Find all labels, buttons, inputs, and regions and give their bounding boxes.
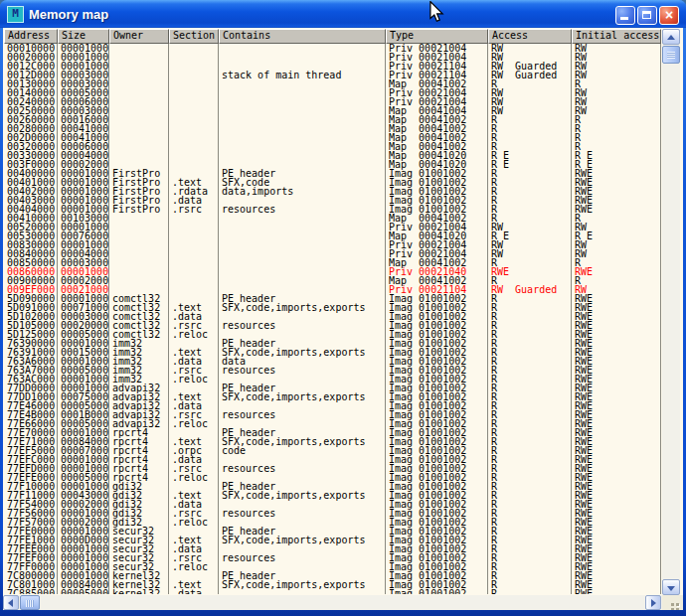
cell-section — [169, 88, 219, 97]
arrow-up-icon — [667, 35, 675, 40]
cell-section — [169, 231, 219, 240]
vertical-scroll-thumb[interactable] — [662, 46, 680, 64]
cell-contains: stack of main thread — [219, 71, 386, 79]
cell-section — [169, 62, 219, 71]
cell-section — [169, 214, 219, 223]
cell-owner — [109, 97, 169, 106]
cell-access: R — [488, 455, 572, 464]
cell-access: R — [488, 437, 572, 446]
cell-contains — [219, 223, 386, 231]
column-header-type[interactable]: Type — [386, 29, 488, 44]
horizontal-scroll-thumb[interactable] — [20, 595, 40, 610]
cell-section: .data — [169, 589, 219, 594]
cell-access: R — [488, 571, 572, 580]
cell-access: R — [488, 124, 572, 133]
cell-section — [169, 44, 219, 53]
cell-access: R — [488, 303, 572, 312]
scroll-right-button[interactable] — [645, 595, 661, 610]
cell-owner — [109, 71, 169, 79]
cell-owner — [109, 258, 169, 267]
cell-access: R — [488, 428, 572, 437]
scroll-up-button[interactable] — [662, 29, 680, 45]
maximize-button[interactable] — [637, 6, 657, 25]
column-header-initial_access[interactable]: Initial access — [572, 29, 661, 44]
cell-contains: resources — [219, 553, 386, 562]
cell-initial_access: R — [572, 124, 661, 133]
column-header-owner[interactable]: Owner — [109, 29, 169, 44]
cell-owner — [109, 267, 169, 276]
cell-access: R — [488, 446, 572, 455]
cell-owner: FirstPro — [109, 205, 169, 214]
cell-owner — [109, 124, 169, 133]
cell-contains — [219, 240, 386, 249]
cell-access: R — [488, 375, 572, 384]
cell-contains — [219, 142, 386, 151]
cell-contains — [219, 106, 386, 115]
cell-access: R — [488, 491, 572, 500]
cell-owner — [109, 151, 169, 160]
cell-access: RW — [488, 249, 572, 258]
cell-access: R — [488, 527, 572, 536]
window-frame: M Memory map × AddressSizeOwnerSectionCo… — [0, 0, 686, 616]
memory-map-icon[interactable]: M — [7, 6, 24, 23]
memory-table[interactable]: 0001000000001000Priv 00021004RWRW0002000… — [4, 44, 661, 594]
cell-contains — [219, 258, 386, 267]
horizontal-scrollbar[interactable] — [3, 595, 662, 610]
close-button[interactable]: × — [659, 6, 679, 25]
cell-contains: SFX,code,imports,exports — [219, 491, 386, 500]
cell-section — [169, 133, 219, 142]
cell-contains — [219, 151, 386, 160]
minimize-button[interactable] — [615, 6, 635, 25]
cell-section: .reloc — [169, 473, 219, 482]
cell-section — [169, 151, 219, 160]
column-header-section[interactable]: Section — [169, 29, 219, 44]
cell-access: R — [488, 384, 572, 392]
cell-access: R — [488, 169, 572, 178]
cell-access: RWE — [488, 267, 572, 276]
cell-section — [169, 276, 219, 285]
column-header-contains[interactable]: Contains — [219, 29, 386, 44]
cell-owner — [109, 214, 169, 223]
cell-access: R — [488, 410, 572, 419]
cell-contains — [219, 44, 386, 53]
column-header-address[interactable]: Address — [4, 29, 58, 44]
column-header-access[interactable]: Access — [488, 29, 572, 44]
memory-map-window: M Memory map × AddressSizeOwnerSectionCo… — [0, 0, 686, 616]
cell-owner — [109, 240, 169, 249]
cell-access: R — [488, 473, 572, 482]
cell-owner — [109, 53, 169, 62]
cell-section: .rsrc — [169, 205, 219, 214]
resize-grip[interactable] — [662, 595, 683, 610]
cell-owner — [109, 79, 169, 88]
cell-owner — [109, 276, 169, 285]
cell-access: R — [488, 482, 572, 491]
titlebar[interactable]: M Memory map × — [0, 0, 686, 28]
maximize-icon — [642, 11, 651, 19]
client-area: AddressSizeOwnerSectionContainsTypeAcces… — [3, 28, 683, 610]
column-header-size[interactable]: Size — [58, 29, 109, 44]
cell-contains — [219, 133, 386, 142]
cell-owner — [109, 223, 169, 231]
cell-initial_access: RWE — [572, 589, 661, 594]
cell-contains: resources — [219, 321, 386, 330]
cell-access: R E — [488, 160, 572, 169]
scroll-left-button[interactable] — [3, 595, 19, 610]
cell-owner — [109, 115, 169, 124]
cell-owner — [109, 106, 169, 115]
cell-initial_access: RW — [572, 71, 661, 79]
cell-contains: resources — [219, 366, 386, 375]
cell-contains: data,imports — [219, 187, 386, 196]
cell-type: Imag 01001002 — [386, 589, 488, 594]
cell-initial_access: RWE — [572, 205, 661, 214]
scroll-down-button[interactable] — [662, 579, 680, 595]
cell-section: .reloc — [169, 330, 219, 339]
cell-access: R — [488, 509, 572, 518]
cell-initial_access: RW — [572, 249, 661, 258]
minimize-icon — [620, 17, 628, 20]
table-row[interactable]: 7C88500000005000kernel32.dataImag 010010… — [4, 589, 661, 594]
cell-contains — [219, 97, 386, 106]
vertical-scrollbar[interactable] — [662, 29, 680, 595]
cell-section — [169, 240, 219, 249]
cell-contains — [219, 589, 386, 594]
cell-contains: resources — [219, 509, 386, 518]
